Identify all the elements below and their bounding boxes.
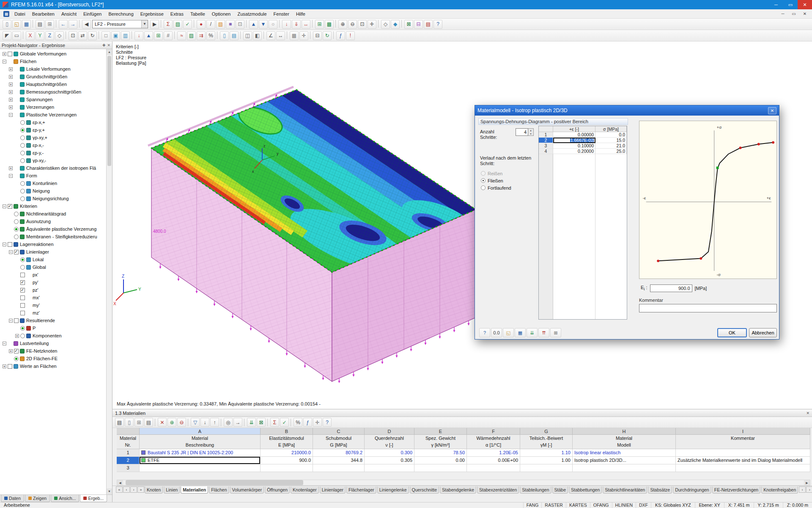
sort-down-icon[interactable]: ↓ bbox=[200, 418, 209, 427]
menu-item[interactable]: Optionen bbox=[208, 10, 234, 18]
line-support-icon[interactable]: ▼ bbox=[259, 20, 268, 29]
steps-value[interactable]: 4 bbox=[516, 128, 528, 136]
delete-icon[interactable]: ✕ bbox=[158, 418, 167, 427]
navigator-item[interactable]: Neigungsrichtung bbox=[0, 195, 106, 202]
expander-icon[interactable] bbox=[15, 197, 19, 201]
steps-spinner[interactable]: 4 ▲▼ bbox=[516, 128, 534, 136]
tree-checkbox[interactable] bbox=[20, 288, 25, 293]
refresh-icon[interactable]: ↻ bbox=[323, 31, 332, 40]
row-number-cell[interactable]: 1 bbox=[117, 449, 140, 457]
zoom-in-icon[interactable]: ⊕ bbox=[338, 20, 347, 29]
tree-checkbox[interactable] bbox=[14, 356, 19, 361]
pan-icon[interactable]: ✛ bbox=[368, 20, 376, 29]
table-tab[interactable]: Liniengelenke bbox=[377, 486, 409, 494]
display-props-icon[interactable]: ✛ bbox=[299, 31, 308, 40]
expander-icon[interactable]: + bbox=[15, 334, 19, 338]
horizontal-scrollbar[interactable]: ◀ ▶ bbox=[117, 480, 810, 486]
table-tab[interactable]: Knotenlager bbox=[291, 486, 319, 494]
tree-checkbox[interactable] bbox=[20, 151, 25, 155]
import-icon[interactable]: ⇊ bbox=[247, 418, 256, 427]
navigator-item[interactable]: + Spannungen bbox=[0, 96, 106, 103]
tree-checkbox[interactable] bbox=[14, 318, 19, 323]
column-header[interactable]: MaterialBeschreibung bbox=[140, 435, 261, 449]
expander-icon[interactable] bbox=[15, 189, 19, 193]
table-print-icon[interactable]: ▤ bbox=[144, 418, 153, 427]
tree-checkbox[interactable] bbox=[20, 128, 25, 133]
view-z-icon[interactable]: Z bbox=[45, 31, 54, 40]
expander-icon[interactable]: + bbox=[3, 364, 6, 368]
thermal-cell[interactable]: 0.00E+00 bbox=[467, 457, 520, 464]
rotate-view-icon[interactable]: ↻ bbox=[88, 31, 97, 40]
cancel-button[interactable]: Abbrechen bbox=[749, 328, 777, 337]
column-header[interactable]: Kommentar bbox=[676, 435, 810, 449]
table-tab[interactable]: Öffnungen bbox=[265, 486, 290, 494]
navigator-item[interactable]: Konturlinien bbox=[0, 179, 106, 187]
navigator-item[interactable]: − Lagerreaktionen bbox=[0, 240, 106, 248]
ok-button[interactable]: OK bbox=[717, 328, 747, 337]
comment-cell[interactable] bbox=[676, 464, 810, 472]
thermal-cell[interactable]: 1.20E-05 bbox=[467, 449, 520, 457]
table-tab[interactable]: Knotenfreigaben bbox=[761, 486, 798, 494]
table-tab[interactable]: Querschnitte bbox=[410, 486, 439, 494]
comment-cell[interactable] bbox=[676, 449, 810, 457]
table-tab[interactable]: Stabsätze bbox=[648, 486, 672, 494]
pin-icon[interactable]: ✚ bbox=[102, 43, 106, 47]
navigator-item[interactable]: + Komponenten bbox=[0, 332, 106, 340]
prev-loadcase-icon[interactable]: ◀ bbox=[82, 20, 91, 29]
column-header[interactable]: MaterialModell bbox=[573, 435, 676, 449]
navigator-item[interactable]: + Grundschnittgrößen bbox=[0, 73, 106, 80]
table-tab[interactable]: Durchdringungen bbox=[673, 486, 711, 494]
panel-icon[interactable]: ▯ bbox=[220, 31, 229, 40]
expander-icon[interactable] bbox=[15, 288, 19, 292]
expander-icon[interactable]: + bbox=[9, 67, 13, 71]
table-tab[interactable]: Linien bbox=[164, 486, 180, 494]
expander-icon[interactable]: + bbox=[9, 349, 13, 353]
save-icon[interactable]: ▦ bbox=[22, 20, 31, 29]
expander-icon[interactable]: − bbox=[3, 342, 6, 345]
navigator-tab[interactable]: Zeigen bbox=[25, 495, 50, 502]
table-tab[interactable]: Flächen bbox=[209, 486, 229, 494]
table-icon[interactable]: ⊞ bbox=[550, 328, 561, 337]
mdi-close-icon[interactable]: ✕ bbox=[799, 11, 810, 16]
expander-icon[interactable] bbox=[9, 220, 13, 224]
filter-icon[interactable]: ▽ bbox=[191, 418, 200, 427]
tree-checkbox[interactable] bbox=[14, 235, 19, 239]
expander-icon[interactable]: + bbox=[9, 83, 13, 86]
goto-icon[interactable]: → bbox=[233, 418, 242, 427]
navigator-item[interactable]: − Linienlager bbox=[0, 248, 106, 256]
menu-item[interactable]: Datei bbox=[11, 10, 29, 18]
shaded-icon[interactable]: ▣ bbox=[111, 31, 120, 40]
table-row[interactable]: 3 bbox=[117, 464, 810, 472]
status-toggle[interactable]: KARTES bbox=[566, 502, 590, 508]
tab-nav-icon[interactable]: « bbox=[116, 486, 123, 493]
zoom-out-icon[interactable]: ⊖ bbox=[348, 20, 357, 29]
box-select-icon[interactable]: ▭ bbox=[12, 31, 21, 40]
expander-icon[interactable] bbox=[15, 136, 19, 140]
redo-icon[interactable]: → bbox=[69, 20, 77, 29]
tree-checkbox[interactable] bbox=[20, 303, 25, 308]
table-tab[interactable]: Stabnichtlinearitäten bbox=[603, 486, 647, 494]
tree-checkbox[interactable] bbox=[20, 311, 25, 315]
navigator-item[interactable]: εp-y,+ bbox=[0, 126, 106, 134]
expander-icon[interactable] bbox=[15, 121, 19, 124]
status-toggle[interactable]: OFANG bbox=[590, 502, 612, 508]
tree-checkbox[interactable] bbox=[20, 120, 25, 125]
model-cell[interactable]: Isotrop plastisch 2D/3D... bbox=[573, 457, 676, 464]
column-letter[interactable]: E bbox=[414, 428, 467, 435]
g-modulus-cell[interactable] bbox=[313, 464, 365, 472]
expander-icon[interactable] bbox=[15, 281, 19, 284]
tree-checkbox[interactable] bbox=[14, 349, 19, 353]
navigator-item[interactable]: + Verzerrungen bbox=[0, 103, 106, 111]
tree-checkbox[interactable] bbox=[20, 158, 25, 163]
table-tab[interactable]: Stabbettungen bbox=[569, 486, 602, 494]
solid-icon[interactable]: ■ bbox=[226, 20, 235, 29]
navigator-item[interactable]: Lokal bbox=[0, 256, 106, 263]
tree-checkbox[interactable] bbox=[8, 204, 12, 209]
tree-checkbox[interactable] bbox=[14, 250, 19, 254]
surface-load-icon[interactable]: ↔ bbox=[302, 20, 310, 29]
column-header[interactable]: Wärmedehnzahlα [1/°C] bbox=[467, 435, 520, 449]
expander-icon[interactable] bbox=[15, 326, 19, 330]
column-header[interactable]: Teilsich.-BeiwertγM [-] bbox=[520, 435, 573, 449]
help-table-icon[interactable]: ? bbox=[323, 418, 332, 427]
status-toggle[interactable]: RASTER bbox=[541, 502, 566, 508]
